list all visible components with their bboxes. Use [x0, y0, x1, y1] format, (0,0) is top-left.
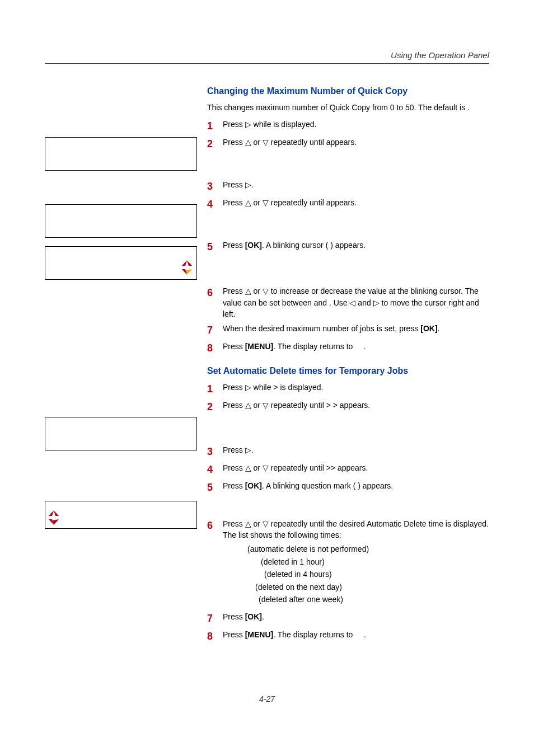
cursor-indicator-bot — [182, 267, 192, 276]
step-number: 4 — [207, 462, 223, 477]
step-row: 6 Press △ or ▽ to increase or decrease t… — [207, 285, 489, 320]
step-text: Press △ or ▽ repeatedly until appears. — [223, 137, 489, 148]
step-text: Press [OK]. — [223, 611, 489, 622]
step-row: 7 When the desired maximum number of job… — [207, 323, 489, 337]
running-header: Using the Operation Panel — [45, 50, 489, 64]
svg-marker-0 — [182, 260, 187, 266]
section1-heading: Changing the Maximum Number of Quick Cop… — [207, 86, 489, 96]
step-number: 8 — [207, 341, 223, 355]
step-number: 7 — [207, 611, 223, 626]
section1-intro: This changes maximum number of Quick Cop… — [207, 102, 489, 113]
step-number: 2 — [207, 400, 223, 414]
step-text: Press [OK]. A blinking question mark ( )… — [223, 480, 489, 491]
svg-marker-3 — [186, 269, 192, 275]
step-row: 2 Press △ or ▽ repeatedly until appears. — [207, 137, 489, 176]
step-number: 1 — [207, 382, 223, 396]
svg-marker-6 — [49, 519, 54, 525]
list-item: (deleted after one week) — [259, 593, 489, 605]
step-number: 4 — [207, 197, 223, 212]
step-row: 1 Press ▷ while is displayed. — [207, 119, 489, 133]
step-number: 8 — [207, 629, 223, 644]
step-number: 6 — [207, 285, 223, 300]
step-text: Press △ or ▽ repeatedly until >> appears… — [223, 462, 489, 473]
step-row: 7 Press [OK]. — [207, 611, 489, 626]
display-box-3 — [45, 246, 197, 280]
step-row: 5 Press [OK]. A blinking cursor ( ) appe… — [207, 240, 489, 282]
svg-marker-5 — [54, 510, 59, 516]
step-text: Press [MENU]. The display returns to . — [223, 629, 489, 640]
section2-heading: Set Automatic Delete times for Temporary… — [207, 366, 489, 376]
step-row: 5 Press [OK]. A blinking question mark (… — [207, 480, 489, 515]
step-text: Press △ or ▽ repeatedly until > > appear… — [223, 400, 489, 411]
svg-marker-1 — [187, 260, 192, 266]
step-number: 3 — [207, 179, 223, 194]
step-row: 6 Press △ or ▽ repeatedly until the desi… — [207, 518, 489, 608]
step-text: Press ▷ while is displayed. — [223, 119, 489, 130]
list-item: (automatic delete is not performed) — [247, 543, 489, 555]
delete-times-list: (automatic delete is not performed) (del… — [247, 543, 489, 605]
display-box-1 — [45, 137, 197, 171]
step-row: 3 Press ▷. — [207, 179, 489, 194]
step-text: When the desired maximum number of jobs … — [223, 323, 489, 334]
display-box-4 — [45, 417, 197, 450]
page-number: 4-27 — [45, 694, 489, 703]
cursor-indicator-bot-2 — [49, 517, 59, 526]
step-row: 8 Press [MENU]. The display returns to . — [207, 629, 489, 644]
step-number: 7 — [207, 323, 223, 337]
step6-intro: Press △ or ▽ repeatedly until the desire… — [223, 519, 489, 539]
cursor-indicator-top — [182, 258, 192, 267]
step-text: Press △ or ▽ to increase or decrease the… — [223, 285, 489, 320]
svg-marker-2 — [182, 269, 187, 275]
step-text: Press ▷ while > is displayed. — [223, 382, 489, 393]
cursor-indicator-top-2 — [49, 508, 59, 517]
step-row: 4 Press △ or ▽ repeatedly until appears. — [207, 197, 489, 236]
step-row: 8 Press [MENU]. The display returns to . — [207, 341, 489, 355]
step-text: Press ▷. — [223, 444, 489, 456]
step-number: 2 — [207, 137, 223, 151]
step-number: 6 — [207, 518, 223, 533]
step-row: 2 Press △ or ▽ repeatedly until > > appe… — [207, 400, 489, 441]
step-text: Press [MENU]. The display returns to . — [223, 341, 489, 352]
svg-marker-7 — [53, 519, 59, 525]
step-number: 3 — [207, 444, 223, 459]
step-text: Press ▷. — [223, 179, 489, 190]
step-text: Press △ or ▽ repeatedly until the desire… — [223, 518, 489, 608]
step-number: 1 — [207, 119, 223, 133]
list-item: (deleted on the next day) — [255, 581, 489, 593]
svg-marker-4 — [49, 510, 54, 516]
step-row: 4 Press △ or ▽ repeatedly until >> appea… — [207, 462, 489, 477]
step-number: 5 — [207, 480, 223, 495]
step-text: Press [OK]. A blinking cursor ( ) appear… — [223, 240, 489, 251]
display-box-2 — [45, 204, 197, 238]
list-item: (deleted in 1 hour) — [261, 556, 489, 568]
display-box-5 — [45, 501, 197, 529]
step-number: 5 — [207, 240, 223, 254]
step-text: Press △ or ▽ repeatedly until appears. — [223, 197, 489, 208]
step-row: 1 Press ▷ while > is displayed. — [207, 382, 489, 396]
step-row: 3 Press ▷. — [207, 444, 489, 459]
list-item: (deleted in 4 hours) — [264, 568, 489, 580]
